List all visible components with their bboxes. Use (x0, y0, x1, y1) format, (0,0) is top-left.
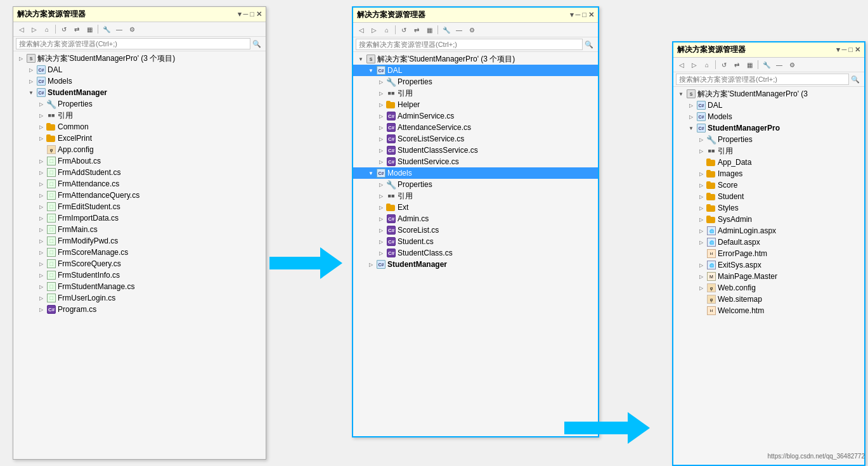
tree-item-student2[interactable]: ▷C#Student.cs (353, 236, 598, 247)
sync-button[interactable]: ⇄ (71, 23, 82, 35)
expander-common1[interactable]: ▷ (36, 122, 46, 132)
expander-props3[interactable]: ▷ (696, 134, 706, 145)
tree-item-sol2[interactable]: ▼S解决方案'StudentManagerPro' (3 个项目) (353, 53, 598, 65)
tree-item-frmuserlogin1[interactable]: ▷⬚FrmUserLogin.cs (13, 292, 266, 304)
home-button3[interactable]: ⌂ (701, 59, 713, 70)
expander-helper2[interactable]: ▷ (376, 100, 386, 110)
tree-item-frmedit1[interactable]: ▷⬚FrmEditStudent.cs (13, 201, 266, 212)
maximize-icon[interactable]: □ (250, 10, 254, 18)
refresh-button2[interactable]: ↺ (398, 24, 410, 36)
tree-item-frmscoreqry1[interactable]: ▷⬚FrmScoreQuery.cs (13, 258, 266, 269)
tree-item-ref2[interactable]: ▷■■引用 (353, 87, 598, 99)
tree-item-errorpage3[interactable]: HErrorPage.htm (673, 248, 864, 259)
expander-default3[interactable]: ▷ (696, 237, 706, 247)
expander-frmmain1[interactable]: ▷ (36, 224, 46, 235)
expander-studentservice2[interactable]: ▷ (376, 157, 386, 167)
search-input-panel3[interactable] (676, 74, 849, 85)
expander-score3[interactable]: ▷ (696, 180, 706, 190)
tree-item-dal1[interactable]: ▷C#DAL (13, 64, 266, 75)
expander-program1[interactable]: ▷ (36, 304, 46, 314)
pin-icon[interactable]: ▾ (238, 10, 242, 18)
expander-ref3[interactable]: ▷ (696, 146, 706, 156)
tree-item-props3[interactable]: ▷🔧Properties (673, 134, 864, 145)
close-icon[interactable]: ✕ (256, 10, 262, 18)
refresh-button[interactable]: ↺ (58, 23, 70, 35)
expander-props2[interactable]: ▷ (376, 77, 386, 87)
tree-item-frmmodify1[interactable]: ▷⬚FrmModifyPwd.cs (13, 235, 266, 247)
expander-student3[interactable]: ▷ (696, 191, 706, 202)
tree-item-frmmain1[interactable]: ▷⬚FrmMain.cs (13, 224, 266, 235)
expander-frmscoreqry1[interactable]: ▷ (36, 259, 46, 269)
tree-item-appdata3[interactable]: App_Data (673, 157, 864, 168)
tree-item-appconfig1[interactable]: φApp.config (13, 144, 266, 155)
tree-item-models2[interactable]: ▼C#Models (353, 167, 598, 179)
forward-button3[interactable]: ▷ (689, 59, 700, 70)
filter-button2[interactable]: 🔧 (441, 24, 452, 36)
expander-frmmodify1[interactable]: ▷ (36, 236, 46, 246)
expander-frmattendance1[interactable]: ▷ (36, 179, 46, 189)
minimize-icon2[interactable]: ─ (576, 11, 581, 19)
expander-adminlogin3[interactable]: ▷ (696, 226, 706, 236)
back-button[interactable]: ◁ (16, 23, 27, 35)
expander-models3[interactable]: ▷ (686, 112, 696, 122)
tree-item-modelsprops2[interactable]: ▷🔧Properties (353, 179, 598, 190)
expander-frmuserlogin1[interactable]: ▷ (36, 293, 46, 303)
expander-frmabout1[interactable]: ▷ (36, 156, 46, 166)
pin-icon3[interactable]: ▾ (836, 46, 840, 54)
filter-button3[interactable]: 🔧 (761, 59, 772, 70)
expander-welcome3[interactable] (696, 306, 706, 316)
tree-item-mainpage3[interactable]: ▷MMainPage.Master (673, 271, 864, 282)
tree-item-studentclass2[interactable]: ▷C#StudentClass.cs (353, 247, 598, 259)
expander-dal3[interactable]: ▷ (686, 100, 696, 110)
expander-frmscoremng1[interactable]: ▷ (36, 247, 46, 257)
filter-button[interactable]: 🔧 (101, 23, 112, 35)
expander-sysadmin3[interactable]: ▷ (696, 214, 706, 224)
expander-scorelist2[interactable]: ▷ (376, 225, 386, 235)
tree-item-frmaddstudent1[interactable]: ▷⬚FrmAddStudent.cs (13, 167, 266, 178)
minimize-icon3[interactable]: ─ (842, 46, 847, 54)
expander-sol2[interactable]: ▼ (356, 54, 366, 64)
expander-ref1[interactable]: ▷ (36, 110, 46, 120)
tree-item-props1[interactable]: ▷🔧Properties (13, 98, 266, 110)
search-input-panel1[interactable] (16, 38, 250, 49)
tree-item-sysadmin3[interactable]: ▷SysAdmin (673, 214, 864, 225)
expander-sm1[interactable]: ▼ (26, 87, 36, 98)
tree-item-webconfig3[interactable]: ▷φWeb.config (673, 282, 864, 294)
expander-ext2[interactable]: ▷ (376, 202, 386, 212)
expander-mainpage3[interactable]: ▷ (696, 271, 706, 282)
expander-sol1[interactable]: ▷ (16, 53, 26, 63)
expander-frmstudentmng1[interactable]: ▷ (36, 282, 46, 292)
tree-item-models1[interactable]: ▷C#Models (13, 75, 266, 87)
forward-button2[interactable]: ▷ (368, 24, 380, 36)
dash-button[interactable]: — (113, 23, 125, 35)
expander-scorelistservice2[interactable]: ▷ (376, 134, 386, 144)
close-icon3[interactable]: ✕ (855, 46, 860, 54)
tree-item-frmstudentmng1[interactable]: ▷⬚FrmStudentManage.cs (13, 281, 266, 292)
tree-item-attendanceservice2[interactable]: ▷C#AttendanceService.cs (353, 122, 598, 133)
tree-item-exitsys3[interactable]: ▷🌐ExitSys.aspx (673, 259, 864, 271)
expander-sol3[interactable]: ▼ (676, 89, 686, 99)
props-button3[interactable]: ▦ (744, 59, 755, 70)
home-button[interactable]: ⌂ (41, 23, 53, 35)
props-button2[interactable]: ▦ (424, 24, 435, 36)
expander-ref2[interactable]: ▷ (376, 88, 386, 98)
expander-dal2[interactable]: ▼ (366, 65, 376, 75)
tree-item-images3[interactable]: ▷Images (673, 168, 864, 179)
tree-item-excelprint1[interactable]: ▷ExcelPrint (13, 133, 266, 144)
expander-images3[interactable]: ▷ (696, 169, 706, 179)
tree-item-frmattendance1[interactable]: ▷⬚FrmAttendance.cs (13, 178, 266, 190)
settings-button3[interactable]: ⚙ (786, 59, 798, 70)
tree-item-props2[interactable]: ▷🔧Properties (353, 76, 598, 87)
tree-item-frmstudentinfo1[interactable]: ▷⬚FrmStudentInfo.cs (13, 269, 266, 281)
expander-websitemap3[interactable] (696, 294, 706, 304)
tree-item-frmabout1[interactable]: ▷⬚FrmAbout.cs (13, 155, 266, 167)
tree-item-websitemap3[interactable]: φWeb.sitemap (673, 294, 864, 305)
expander-attendanceservice2[interactable]: ▷ (376, 122, 386, 133)
tree-item-frmattendancequery1[interactable]: ▷⬚FrmAttendanceQuery.cs (13, 190, 266, 201)
tree-item-dal3[interactable]: ▷C#DAL (673, 100, 864, 111)
expander-models2[interactable]: ▼ (366, 168, 376, 178)
tree-item-sm2[interactable]: ▷C#StudentManager (353, 259, 598, 270)
tree-item-score3[interactable]: ▷Score (673, 179, 864, 191)
refresh-button3[interactable]: ↺ (718, 59, 730, 70)
expander-appconfig1[interactable] (36, 145, 46, 155)
